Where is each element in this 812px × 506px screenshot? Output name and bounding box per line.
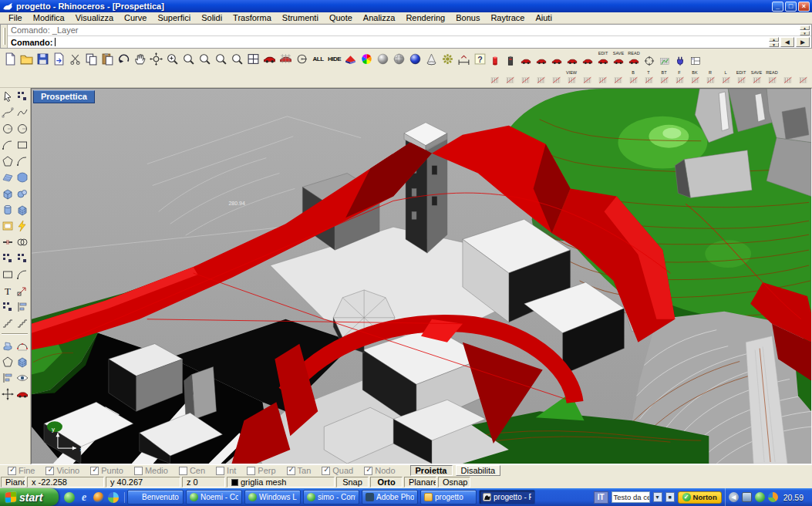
plugin-button[interactable]: [672, 50, 688, 68]
offset-curve-button[interactable]: [0, 137, 15, 153]
render-mesh-button[interactable]: [15, 353, 29, 369]
mesh-plain-button[interactable]: [517, 69, 533, 86]
car-perspective-button[interactable]: [580, 50, 595, 68]
mesh-points-1-button[interactable]: [595, 69, 610, 86]
mesh-back-button[interactable]: BK: [687, 69, 702, 86]
mesh-read-button[interactable]: READ: [764, 69, 780, 86]
mesh-front-button[interactable]: F: [672, 69, 687, 86]
contour-button[interactable]: [15, 315, 29, 331]
cone-primitive-button[interactable]: [423, 50, 440, 68]
osnap-mode-button[interactable]: Disabilita: [456, 465, 501, 476]
zoom-dynamic-button[interactable]: [197, 50, 213, 68]
circle-tangent-button[interactable]: [15, 120, 29, 137]
select-all-button[interactable]: ALL: [310, 50, 326, 68]
media-player-quick-icon[interactable]: [93, 492, 104, 503]
mesh-right-button[interactable]: R: [702, 69, 718, 86]
menu-item[interactable]: Quote: [324, 13, 358, 22]
interpolate-curve-button[interactable]: [15, 104, 29, 120]
osnap-checkbox[interactable]: [322, 467, 330, 475]
solid-sphere-button[interactable]: [15, 185, 29, 201]
command-prev-button[interactable]: ◀: [780, 37, 794, 47]
mesh-bt-button[interactable]: BT: [656, 69, 672, 86]
search-dropdown-button[interactable]: ▼: [653, 492, 662, 502]
tray-update-icon[interactable]: [768, 492, 778, 502]
array-rect-button[interactable]: [15, 250, 29, 266]
command-scroll-down-button[interactable]: ▾: [800, 31, 810, 35]
taskbar-task-button[interactable]: Noemi - Con...: [186, 490, 242, 504]
command-scroll-up-button[interactable]: ▴: [800, 25, 810, 30]
red-cylinder-button[interactable]: [487, 50, 503, 68]
osnap-mode-button[interactable]: Proietta: [410, 465, 453, 476]
taskbar-clock[interactable]: 20.59: [781, 493, 808, 502]
block-define-button[interactable]: [0, 250, 15, 266]
menu-item[interactable]: Visualizza: [70, 13, 119, 22]
mesh-diagonal-button[interactable]: [579, 69, 595, 86]
close-button[interactable]: ×: [798, 2, 810, 12]
taskbar-task-button[interactable]: Benvenuto i...: [127, 490, 184, 504]
car-front-view-button[interactable]: [534, 50, 549, 68]
mesh-left-button[interactable]: L: [718, 69, 733, 86]
options-gear-button[interactable]: [440, 50, 456, 68]
car-top-view-button[interactable]: [549, 50, 564, 68]
menu-item[interactable]: Raytrace: [485, 13, 530, 22]
language-indicator[interactable]: IT: [594, 491, 608, 504]
rotate-view-button[interactable]: [148, 50, 164, 68]
taskbar-task-button[interactable]: progetto: [420, 490, 477, 504]
status-toggle-button[interactable]: Orto: [370, 477, 403, 487]
taskbar-task-button[interactable]: simo - Conv...: [303, 490, 359, 504]
hide-objects-button[interactable]: HIDE: [326, 50, 342, 68]
messenger-quick-icon[interactable]: [64, 492, 75, 503]
menu-item[interactable]: Curve: [119, 13, 152, 22]
tray-network-icon[interactable]: [742, 492, 752, 502]
viewport-tab-prospettica[interactable]: Prospettica: [33, 90, 95, 103]
car-edit-button[interactable]: EDIT: [595, 50, 611, 68]
circle-center-button[interactable]: [0, 120, 15, 137]
osnap-checkbox[interactable]: [45, 467, 54, 475]
fillet-curve-button[interactable]: [0, 234, 15, 250]
car-save-button[interactable]: SAVE: [611, 50, 626, 68]
zoom-window-button[interactable]: [180, 50, 197, 68]
array-polar-button[interactable]: [0, 299, 15, 315]
osnap-checkbox[interactable]: [216, 467, 224, 475]
curve-boolean-button[interactable]: [15, 234, 29, 250]
mesh-pick-button[interactable]: [795, 69, 810, 86]
xray-display-button[interactable]: [407, 50, 423, 68]
layer-flag-button[interactable]: [342, 50, 359, 68]
text-button[interactable]: [0, 282, 15, 299]
menu-item[interactable]: Analizza: [358, 13, 401, 22]
mesh-top-button[interactable]: T: [641, 69, 656, 86]
status-toggle-button[interactable]: Snap: [336, 477, 369, 487]
scale-button[interactable]: [15, 282, 29, 299]
orient-button[interactable]: [15, 299, 29, 315]
mesh-points-2-button[interactable]: [610, 69, 625, 86]
viewport-3d-scene[interactable]: 280.94 x y: [32, 89, 811, 464]
color-wheel-button[interactable]: [359, 50, 375, 68]
zoom-in-out-button[interactable]: [164, 50, 180, 68]
osnap-checkbox[interactable]: [247, 467, 255, 475]
zoom-selected-button[interactable]: [213, 50, 229, 68]
dimension-button[interactable]: [456, 50, 472, 68]
taskbar-task-button[interactable]: progetto - R...: [479, 490, 535, 504]
arc-button[interactable]: [15, 153, 29, 169]
menu-item[interactable]: File: [3, 13, 28, 22]
car-rear-view-button[interactable]: [564, 50, 580, 68]
car-read-button[interactable]: READ: [626, 50, 642, 68]
mesh-view-button[interactable]: VIEW: [564, 69, 579, 86]
solid-box-button[interactable]: [0, 185, 15, 201]
tray-back-icon[interactable]: ◀: [729, 492, 739, 502]
status-toggle-button[interactable]: Osnap: [438, 477, 470, 487]
align-objects-button[interactable]: [0, 369, 15, 386]
restore-button[interactable]: □: [785, 2, 797, 12]
layer-steps-button[interactable]: [0, 315, 15, 331]
save-button[interactable]: [35, 50, 51, 68]
help-button[interactable]: [472, 50, 488, 68]
osnap-checkbox[interactable]: [364, 467, 372, 475]
mesh-rotate-button[interactable]: [548, 69, 564, 86]
open-file-button[interactable]: [19, 50, 35, 68]
mesh-axis-button[interactable]: [502, 69, 517, 86]
command-grip[interactable]: [1, 25, 8, 48]
new-file-button[interactable]: [2, 50, 19, 68]
select-by-layer-button[interactable]: [294, 50, 310, 68]
osnap-checkbox[interactable]: [90, 467, 99, 475]
shaded-display-button[interactable]: [375, 50, 391, 68]
